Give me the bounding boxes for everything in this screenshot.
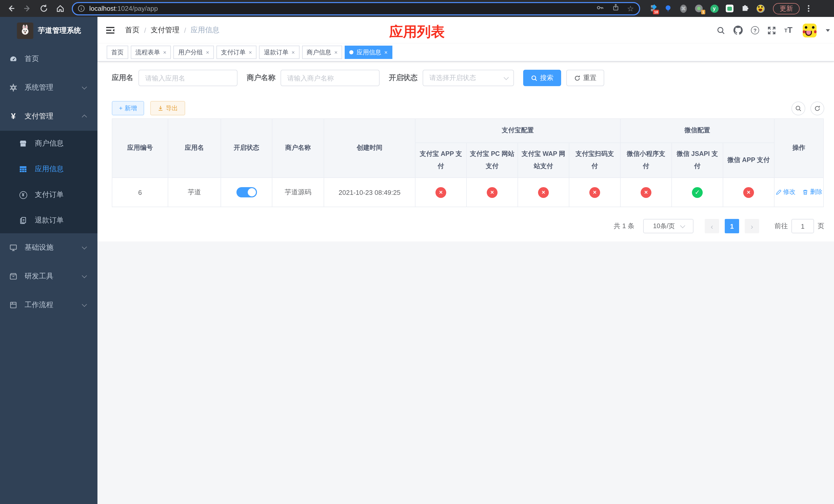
extensions-row: 10 ⌘ 1 y [648,4,765,13]
share-icon[interactable] [612,4,619,13]
grid-table-icon [19,165,27,173]
tab-app-info[interactable]: 应用信息× [345,46,392,59]
breadcrumb: 首页 / 支付管理 / 应用信息 [125,26,220,35]
avatar[interactable] [803,23,816,37]
reset-button[interactable]: 重置 [566,70,604,86]
document-copy-icon [19,216,27,225]
pagination: 共 1 条 10条/页 ‹ 1 › 前往 页 [112,219,824,233]
password-key-icon[interactable] [596,3,604,14]
close-icon[interactable]: × [334,49,338,55]
table-row: 6 芋道 芋道源码 2021-10-23 08:49:25 × × × × × [112,178,824,207]
sidebar-item-dev-tools[interactable]: 研发工具 [0,262,97,291]
refresh-button[interactable] [810,101,824,115]
extension-chat-icon[interactable] [725,4,734,13]
payment-submenu: 商户信息 应用信息 ¥ 支付订单 [0,131,97,233]
app-name-input[interactable] [138,70,238,86]
extension-panel-icon[interactable]: 10 [648,4,657,13]
edit-link[interactable]: 修改 [775,188,795,197]
content-background [97,242,834,504]
active-dot [349,50,353,54]
close-icon[interactable]: × [206,49,209,55]
merchant-name-input[interactable] [281,70,379,86]
search-button[interactable]: 搜索 [523,70,561,86]
tab-pay-orders[interactable]: 支付订单× [216,46,257,59]
page-unit-label: 页 [818,222,824,231]
col-alipay-app: 支付宝 APP 支付 [415,143,466,178]
search-icon[interactable] [717,26,725,35]
github-icon[interactable] [733,26,743,35]
forward-icon[interactable] [23,4,32,13]
chevron-down-icon [82,302,87,307]
extension-balloon-icon[interactable] [664,4,673,13]
font-size-icon[interactable]: TT [784,26,792,35]
col-wx-app: 微信 APP 支付 [723,143,774,178]
sidebar-item-pay-orders[interactable]: ¥ 支付订单 [0,182,97,208]
extension-yuque-icon[interactable]: y [710,4,719,13]
sidebar: 芋道管理系统 首页 系统管理 ¥ [0,17,97,504]
close-icon[interactable]: × [291,49,295,55]
prev-page-button[interactable]: ‹ [705,219,719,233]
sidebar-item-refund-orders[interactable]: 退款订单 [0,208,97,233]
tab-refund-orders[interactable]: 退款订单× [259,46,300,59]
col-alipay-wap: 支付宝 WAP 网站支付 [518,143,569,178]
status-select[interactable]: 请选择开启状态 [423,70,514,86]
cell-app-name: 芋道 [168,178,221,207]
sidebar-item-payment[interactable]: ¥ 支付管理 [0,102,97,131]
col-enabled: 开启状态 [221,119,272,178]
tab-process-form[interactable]: 流程表单× [131,46,171,59]
cell-enabled [221,178,272,207]
system-title: 芋道管理系统 [38,26,81,36]
sidebar-item-workflow[interactable]: 工作流程 [0,291,97,319]
next-page-button[interactable]: › [745,219,759,233]
chrome-menu-icon[interactable] [805,5,812,12]
tab-merchant-info[interactable]: 商户信息× [302,46,343,59]
coin-yen-icon: ¥ [19,191,27,199]
breadcrumb-payment[interactable]: 支付管理 [151,26,179,35]
close-icon[interactable]: × [249,49,252,55]
alipay-wap-status-icon: × [538,187,549,198]
close-icon[interactable]: × [163,49,167,55]
sidebar-item-system[interactable]: 系统管理 [0,73,97,102]
profile-emoji-icon[interactable] [756,4,765,13]
extensions-puzzle-icon[interactable] [741,4,749,13]
sidebar-item-app-info[interactable]: 应用信息 [0,156,97,182]
page-title: 应用列表 [389,23,445,41]
site-info-icon[interactable] [78,5,85,12]
chrome-update-button[interactable]: 更新 [773,3,799,14]
sidebar-logo[interactable]: 芋道管理系统 [0,17,97,45]
cell-created: 2021-10-23 08:49:25 [324,178,415,207]
avatar-caret-icon[interactable] [826,29,830,31]
bookmark-star-icon[interactable]: ☆ [627,5,634,12]
url-text: localhost:1024/pay/app [89,5,596,12]
extension-badge: 1 [701,10,705,14]
app-table: 应用编号 应用名 开启状态 商户名称 创建时间 支付宝配置 微信配置 操作 支付… [112,118,824,207]
back-icon[interactable] [6,4,15,13]
sidebar-fold-icon[interactable] [97,26,123,35]
home-icon[interactable] [56,4,65,13]
goto-page-input[interactable] [791,219,814,233]
help-icon[interactable]: ? [751,26,759,35]
address-bar[interactable]: localhost:1024/pay/app ☆ [72,2,640,15]
tab-home[interactable]: 首页 [107,46,128,59]
sidebar-item-merchant-info[interactable]: 商户信息 [0,131,97,156]
extension-command-icon[interactable]: ⌘ [679,4,688,13]
toggle-search-button[interactable] [791,101,805,115]
fullscreen-icon[interactable] [767,26,776,35]
page-size-select[interactable]: 10条/页 [643,219,694,233]
tab-user-group[interactable]: 用户分组× [174,46,214,59]
col-created: 创建时间 [324,119,415,178]
enabled-toggle[interactable] [236,187,257,198]
sidebar-item-home[interactable]: 首页 [0,45,97,73]
page-1-button[interactable]: 1 [725,219,739,233]
reload-icon[interactable] [39,4,48,13]
breadcrumb-home[interactable]: 首页 [125,26,139,35]
delete-link[interactable]: 删除 [803,188,822,197]
sidebar-item-infrastructure[interactable]: 基础设施 [0,233,97,262]
extension-recorder-icon[interactable]: 1 [695,4,703,13]
screen: localhost:1024/pay/app ☆ 10 ⌘ [0,0,834,504]
add-button[interactable]: + 新增 [112,101,144,115]
close-icon[interactable]: × [384,49,388,55]
export-button[interactable]: 导出 [150,101,185,115]
chevron-up-icon [82,115,87,120]
wx-app-status-icon: × [743,187,754,198]
